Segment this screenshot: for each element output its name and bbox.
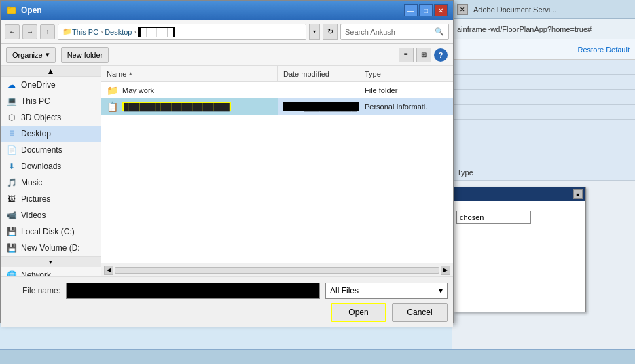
right-panel-row-7 bbox=[452, 149, 635, 164]
pc-icon: 💻 bbox=[6, 96, 17, 107]
dialog-title-bar: Open — □ ✕ bbox=[1, 1, 453, 20]
new-folder-button[interactable]: New folder bbox=[61, 47, 109, 63]
hscroll-track[interactable] bbox=[115, 267, 439, 274]
col-date-label: Date modified bbox=[283, 70, 329, 78]
restore-default-area: Restore Default bbox=[452, 39, 635, 60]
network-icon: 🌐 bbox=[6, 270, 17, 276]
file-row-may-work[interactable]: 📁 May work File folder bbox=[101, 82, 453, 98]
file-open-dialog: Open — □ ✕ ← → ↑ 📁 This PC › Desktop › █… bbox=[0, 0, 454, 323]
browser-address-text: ainframe~wd/FloorPlanApp?home=true# bbox=[457, 25, 592, 33]
nav-item-music[interactable]: 🎵 Music bbox=[1, 175, 101, 191]
view-details-btn[interactable]: ⊞ bbox=[416, 48, 431, 62]
file-label-selected: ████████████████████ bbox=[122, 103, 231, 111]
right-dialog-close[interactable]: ■ bbox=[573, 189, 583, 199]
filename-row: File name: All Files ▾ bbox=[6, 283, 448, 299]
dialog-close-btn[interactable]: ✕ bbox=[434, 4, 448, 16]
nav-label-music: Music bbox=[21, 178, 42, 187]
file-row-selected[interactable]: 📋 ████████████████████ ██████████ Person… bbox=[101, 98, 453, 115]
nav-item-3d-objects[interactable]: ⬡ 3D Objects bbox=[1, 109, 101, 126]
disk-d-icon: 💾 bbox=[6, 242, 17, 253]
address-path-box[interactable]: 📁 This PC › Desktop › ██████ bbox=[58, 24, 306, 40]
right-panel-rows bbox=[452, 60, 635, 164]
nav-item-documents[interactable]: 📄 Documents bbox=[1, 142, 101, 158]
col-name[interactable]: Name ▲ bbox=[101, 66, 278, 81]
filetype-dropdown[interactable]: All Files ▾ bbox=[325, 283, 448, 299]
nav-label-this-pc: This PC bbox=[21, 96, 50, 106]
refresh-button[interactable]: ↻ bbox=[323, 24, 338, 40]
hscroll-right-btn[interactable]: ▶ bbox=[441, 266, 450, 275]
dialog-title-text: Open bbox=[21, 5, 404, 15]
file-date-may-work bbox=[278, 82, 359, 98]
sort-arrow: ▲ bbox=[128, 71, 133, 77]
type-column-label: Type bbox=[457, 168, 473, 177]
file-type-may-work: File folder bbox=[359, 82, 427, 98]
nav-item-onedrive[interactable]: ☁ OneDrive bbox=[1, 77, 101, 93]
nav-item-downloads[interactable]: ⬇ Downloads bbox=[1, 158, 101, 175]
cancel-button[interactable]: Cancel bbox=[392, 303, 448, 322]
col-date[interactable]: Date modified bbox=[278, 66, 359, 81]
path-desktop-label: Desktop bbox=[105, 28, 132, 36]
disk-c-icon: 💾 bbox=[6, 226, 17, 237]
nav-label-documents: Documents bbox=[21, 145, 62, 155]
file-name-may-work: 📁 May work bbox=[101, 82, 278, 98]
nav-label-pictures: Pictures bbox=[21, 194, 50, 204]
nav-item-pictures[interactable]: 🖼 Pictures bbox=[1, 191, 101, 207]
file-name-selected: 📋 ████████████████████ bbox=[101, 98, 278, 115]
nav-scroll-up[interactable]: ▲ bbox=[1, 66, 101, 77]
up-button[interactable]: ↑ bbox=[40, 24, 55, 39]
organize-label: Organize bbox=[12, 51, 43, 59]
file-icon-selected: 📋 bbox=[107, 101, 118, 112]
search-icon: 🔍 bbox=[435, 27, 444, 36]
file-list-header: Name ▲ Date modified Type bbox=[101, 66, 453, 82]
dialog-main: ▲ ☁ OneDrive 💻 This PC ⬡ 3D Objects 🖥 De… bbox=[1, 66, 453, 276]
browser-tab-close[interactable]: ✕ bbox=[457, 4, 468, 15]
right-panel-row-5 bbox=[452, 120, 635, 134]
organize-button[interactable]: Organize ▾ bbox=[6, 47, 56, 63]
search-box[interactable]: Search Ankush 🔍 bbox=[340, 24, 449, 40]
right-panel-header: Type bbox=[452, 164, 635, 181]
file-type-selected: Personal Informati... bbox=[359, 98, 427, 115]
nav-label-desktop: Desktop bbox=[21, 129, 51, 139]
button-row: Open Cancel bbox=[6, 303, 448, 322]
nav-item-videos[interactable]: 📹 Videos bbox=[1, 207, 101, 223]
date-redacted: ██████████ bbox=[283, 102, 359, 111]
organize-arrow: ▾ bbox=[46, 50, 50, 59]
path-this-pc-label: This PC bbox=[72, 28, 98, 36]
cancel-button-label: Cancel bbox=[407, 308, 432, 317]
path-dropdown-btn[interactable]: ▾ bbox=[309, 24, 320, 40]
desktop-icon: 🖥 bbox=[6, 128, 17, 139]
browser-address-bar: ainframe~wd/FloorPlanApp?home=true# bbox=[452, 19, 635, 39]
nav-item-network[interactable]: 🌐 Network bbox=[1, 267, 101, 276]
music-icon: 🎵 bbox=[6, 177, 17, 188]
toolbar-right: ≡ ⊞ ? bbox=[399, 48, 448, 62]
restore-default-label[interactable]: Restore Default bbox=[578, 46, 630, 54]
nav-scroll-down[interactable]: ▾ bbox=[1, 256, 101, 267]
open-button[interactable]: Open bbox=[331, 303, 386, 322]
right-dialog-box: ■ bbox=[454, 187, 586, 312]
dialog-maximize-btn[interactable]: □ bbox=[419, 4, 433, 16]
nav-item-local-disk-c[interactable]: 💾 Local Disk (C:) bbox=[1, 223, 101, 240]
file-list-spacer bbox=[101, 115, 453, 263]
hscroll-left-btn[interactable]: ◀ bbox=[104, 266, 113, 275]
nav-label-volume-d: New Volume (D: bbox=[21, 243, 80, 253]
view-list-btn[interactable]: ≡ bbox=[399, 48, 414, 62]
right-panel-row-4 bbox=[452, 105, 635, 120]
help-button[interactable]: ? bbox=[434, 48, 448, 62]
dialog-minimize-btn[interactable]: — bbox=[404, 4, 418, 16]
chosen-input[interactable] bbox=[456, 211, 531, 224]
filename-input[interactable] bbox=[66, 283, 320, 299]
file-list-panel: Name ▲ Date modified Type 📁 May work Fil… bbox=[101, 66, 453, 276]
nav-item-desktop[interactable]: 🖥 Desktop bbox=[1, 126, 101, 142]
folder-icon-may-work: 📁 bbox=[107, 85, 118, 96]
3d-icon: ⬡ bbox=[6, 112, 17, 123]
forward-button[interactable]: → bbox=[22, 24, 37, 39]
col-type[interactable]: Type bbox=[359, 66, 427, 81]
nav-item-this-pc[interactable]: 💻 This PC bbox=[1, 93, 101, 109]
browser-tab-label: Adobe Document Servi... bbox=[473, 5, 556, 14]
col-type-label: Type bbox=[365, 70, 381, 78]
nav-label-local-disk-c: Local Disk (C:) bbox=[21, 227, 75, 236]
back-button[interactable]: ← bbox=[5, 24, 20, 39]
file-date-selected: ██████████ bbox=[278, 98, 359, 115]
status-bar bbox=[0, 349, 635, 364]
nav-item-volume-d[interactable]: 💾 New Volume (D: bbox=[1, 240, 101, 256]
